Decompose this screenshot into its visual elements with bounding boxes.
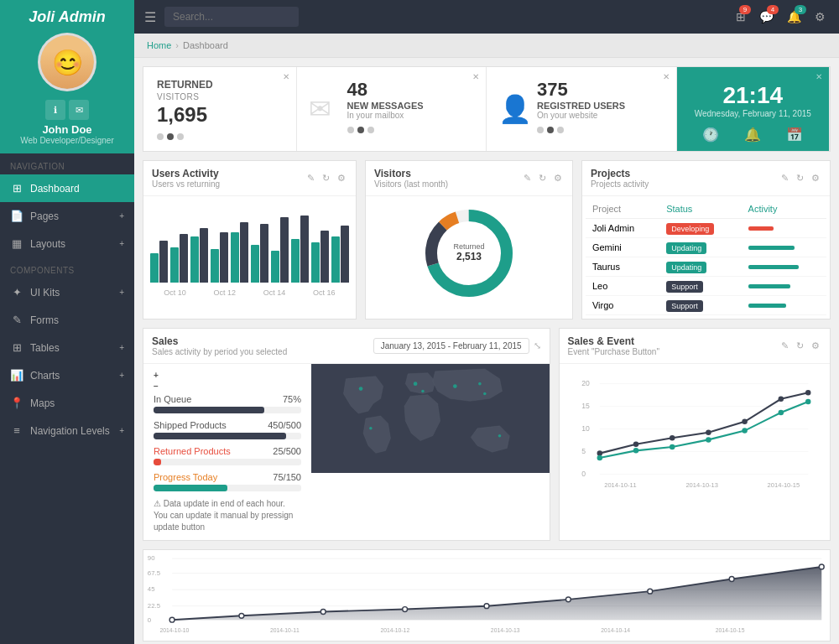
- user-name: John Doe: [8, 123, 126, 136]
- projects-refresh-btn[interactable]: ↻: [795, 171, 805, 185]
- project-status: Updating: [659, 238, 741, 257]
- widget-users-activity-titles: Users Activity Users vs returning: [152, 168, 220, 189]
- progress-inqueue-fill: [154, 407, 264, 413]
- clock-time: 21:14: [690, 82, 816, 109]
- visitors-refresh-btn[interactable]: ↻: [537, 171, 548, 185]
- sidebar: Joli Admin 😊 ℹ ✉ John Doe Web Developer/…: [0, 0, 134, 644]
- stat-card-messages-close[interactable]: ✕: [472, 72, 479, 81]
- sales-header-info: Sales Sales activity by period you selec…: [152, 335, 373, 356]
- calendar-icon[interactable]: 📅: [786, 127, 803, 143]
- visitors-settings-btn[interactable]: ⚙: [552, 171, 564, 185]
- avatar-mail-button[interactable]: ✉: [69, 100, 89, 120]
- users-activity-settings-btn[interactable]: ⚙: [336, 171, 347, 185]
- sales-note: ⚠ Data update in end of each hour. You c…: [154, 498, 301, 533]
- project-name: Virgo: [586, 296, 659, 315]
- sales-event-header: Sales & Event Event "Purchase Button" ✎ …: [560, 329, 830, 364]
- visitors-edit-btn[interactable]: ✎: [522, 171, 533, 185]
- dashboard-icon: ⊞: [10, 182, 23, 195]
- topbar-bell-button[interactable]: 🔔 3: [784, 7, 805, 27]
- sales-event-subtitle: Event "Purchase Button": [568, 347, 659, 356]
- sidebar-header: Joli Admin 😊 ℹ ✉ John Doe Web Developer/…: [0, 0, 134, 153]
- projects-edit-btn[interactable]: ✎: [779, 171, 790, 185]
- breadcrumb-current: Dashboard: [183, 40, 228, 50]
- projects-titles: Projects Projects activity: [591, 168, 649, 189]
- users-activity-refresh-btn[interactable]: ↻: [320, 171, 331, 185]
- topbar-bell-badge: 3: [795, 5, 806, 14]
- bar-teal: [190, 236, 199, 283]
- progress-shipped: Shipped Products 450/500: [154, 420, 301, 439]
- bell-icon[interactable]: 🔔: [744, 127, 761, 143]
- progress-returned: Returned Products 25/500: [154, 446, 301, 465]
- svg-text:20: 20: [581, 379, 590, 387]
- donut-chart-container: Returned 2,513: [373, 203, 565, 304]
- svg-text:10: 10: [581, 424, 590, 433]
- search-input[interactable]: [164, 7, 299, 27]
- users-activity-edit-btn[interactable]: ✎: [305, 171, 316, 185]
- tables-expand-icon: +: [119, 343, 124, 352]
- sales-event-refresh-btn[interactable]: ↻: [795, 339, 805, 353]
- sales-event-edit-btn[interactable]: ✎: [779, 339, 790, 353]
- svg-text:0: 0: [148, 616, 152, 624]
- projects-settings-btn[interactable]: ⚙: [810, 171, 821, 185]
- stat-card-users-close[interactable]: ✕: [663, 72, 670, 81]
- sidebar-item-tables[interactable]: ⊞ Tables +: [0, 334, 134, 361]
- svg-point-53: [320, 610, 326, 615]
- svg-point-7: [421, 390, 425, 393]
- clock-close[interactable]: ✕: [816, 72, 822, 81]
- zoom-plus-btn[interactable]: +: [154, 371, 159, 380]
- sidebar-item-forms[interactable]: ✎ Forms: [0, 306, 134, 334]
- projects-subtitle: Projects activity: [591, 179, 649, 189]
- bar-group: [190, 228, 208, 283]
- bar-group: [211, 232, 228, 283]
- bar-dark: [240, 222, 248, 283]
- charts-icon: 📊: [10, 369, 23, 382]
- progress-returned-bar-bg: [154, 459, 301, 465]
- udot-1: [537, 127, 544, 133]
- bar-teal: [331, 236, 340, 283]
- date-range-button[interactable]: January 13, 2015 - February 11, 2015: [373, 338, 529, 354]
- sidebar-item-layouts[interactable]: ▦ Layouts +: [0, 230, 134, 257]
- sales-event-settings-btn[interactable]: ⚙: [810, 339, 821, 353]
- breadcrumb-home[interactable]: Home: [147, 40, 171, 50]
- table-row: Taurus Updating: [586, 257, 826, 277]
- avatar-info-button[interactable]: ℹ: [45, 100, 65, 120]
- sidebar-item-pages[interactable]: 📄 Pages +: [0, 202, 134, 230]
- topbar: ☰ ⊞ 9 💬 4 🔔 3 ⚙: [134, 0, 839, 34]
- bar-teal: [231, 232, 239, 283]
- donut-label: Returned: [453, 242, 484, 251]
- sidebar-item-navigation-levels[interactable]: ≡ Navigation Levels +: [0, 417, 134, 444]
- messages-sublabel: In your mailbox: [347, 111, 473, 120]
- topbar-settings-button[interactable]: ⚙: [811, 7, 829, 27]
- bottom-chart-section: 90 67.5 45 22.5 0: [143, 549, 831, 641]
- avatar-face: 😊: [40, 35, 94, 89]
- sales-event-title: Sales & Event: [568, 335, 659, 347]
- widget-projects: Projects Projects activity ✎ ↻ ⚙ Project: [581, 160, 831, 319]
- sales-expand-btn[interactable]: ⤡: [534, 340, 541, 351]
- sidebar-item-uikits[interactable]: ✦ UI Kits +: [0, 278, 134, 306]
- menu-toggle-icon[interactable]: ☰: [144, 9, 156, 25]
- svg-text:2014-10-11: 2014-10-11: [604, 481, 637, 489]
- label-oct14: Oct 14: [263, 288, 286, 297]
- bar-teal: [291, 239, 300, 283]
- zoom-minus-btn[interactable]: −: [154, 382, 159, 391]
- avatar-container: 😊: [38, 33, 96, 91]
- returned-dots: [157, 133, 283, 140]
- label-oct12: Oct 12: [214, 288, 237, 297]
- sidebar-item-maps[interactable]: 📍 Maps: [0, 389, 134, 417]
- topbar-chat-button[interactable]: 💬 4: [756, 7, 777, 27]
- clock-icon[interactable]: 🕐: [702, 127, 719, 143]
- topbar-grid-button[interactable]: ⊞ 9: [732, 7, 749, 27]
- bar-group: [271, 217, 289, 283]
- sidebar-item-dashboard[interactable]: ⊞ Dashboard: [0, 174, 134, 202]
- svg-text:15: 15: [581, 402, 590, 410]
- sidebar-item-navlevels-label: Navigation Levels: [30, 425, 110, 437]
- progress-returned-label-row: Returned Products 25/500: [154, 446, 301, 456]
- bar-group: [331, 226, 349, 283]
- svg-point-33: [706, 437, 711, 442]
- col-project: Project: [586, 200, 659, 219]
- svg-point-59: [819, 564, 824, 569]
- sales-widget: Sales Sales activity by period you selec…: [143, 328, 550, 541]
- stat-card-returned-close[interactable]: ✕: [283, 72, 289, 81]
- sidebar-item-charts[interactable]: 📊 Charts +: [0, 361, 134, 389]
- svg-point-12: [369, 427, 373, 430]
